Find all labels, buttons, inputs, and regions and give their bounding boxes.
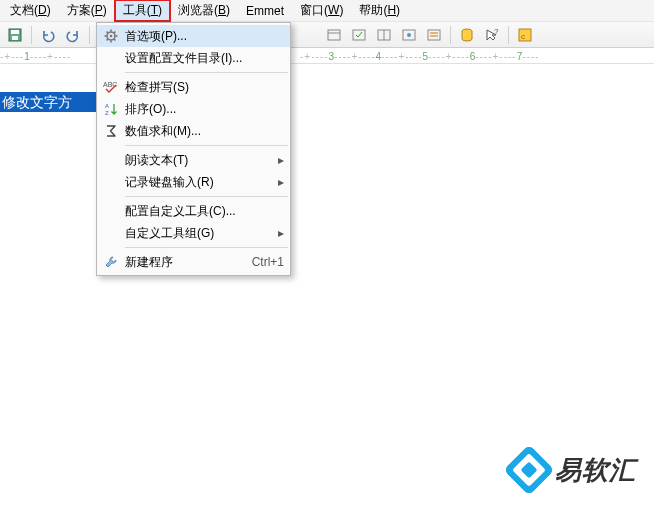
menubar-item-tools[interactable]: 工具(T): [115, 0, 170, 21]
watermark-text: 易软汇: [555, 453, 636, 488]
blank-icon: [101, 202, 121, 220]
menu-item-configure-tools[interactable]: 配置自定义工具(C)...: [97, 200, 290, 222]
toolbar-btn-help[interactable]: ?: [481, 24, 503, 46]
menubar-mnemonic: B: [218, 3, 226, 17]
toolbar-btn-generic-3[interactable]: [373, 24, 395, 46]
menu-item-label: 朗读文本(T): [121, 152, 278, 169]
tools-dropdown: 首选项(P)... 设置配置文件目录(I)... ABC 检查拼写(S) AZ …: [96, 22, 291, 276]
menubar-item-browsers[interactable]: 浏览器(B): [170, 0, 238, 21]
svg-text:A: A: [105, 103, 109, 109]
menu-item-label: 数值求和(M)...: [121, 123, 284, 140]
menu-item-shortcut: Ctrl+1: [246, 255, 284, 269]
toolbar-btn-undo[interactable]: [37, 24, 59, 46]
toolbar-separator: [508, 26, 509, 44]
menubar-mnemonic: H: [387, 3, 396, 17]
toolbar-separator: [31, 26, 32, 44]
menu-item-spellcheck[interactable]: ABC 检查拼写(S): [97, 76, 290, 98]
svg-line-31: [114, 32, 116, 34]
menubar-item-document[interactable]: 文档(D): [2, 0, 59, 21]
abc-check-icon: ABC: [101, 78, 121, 96]
toolbar-btn-redo[interactable]: [62, 24, 84, 46]
svg-text:Z: Z: [105, 110, 109, 116]
panel-columns-icon: [376, 27, 392, 43]
submenu-arrow-icon: ▸: [278, 153, 284, 167]
menu-item-tool-groups[interactable]: 自定义工具组(G) ▸: [97, 222, 290, 244]
wrench-icon: [101, 253, 121, 271]
toolbar-btn-generic-2[interactable]: [348, 24, 370, 46]
panel-check-icon: [351, 27, 367, 43]
menu-item-label: 设置配置文件目录(I)...: [121, 50, 284, 67]
toolbar-btn-generic-4[interactable]: [398, 24, 420, 46]
menu-item-preferences[interactable]: 首选项(P)...: [97, 25, 290, 47]
redo-icon: [65, 27, 81, 43]
submenu-arrow-icon: ▸: [278, 226, 284, 240]
menubar-mnemonic: W: [328, 3, 339, 17]
menu-separator: [125, 72, 288, 73]
toolbar-separator: [89, 26, 90, 44]
menu-separator: [125, 145, 288, 146]
svg-line-29: [107, 32, 109, 34]
submenu-arrow-icon: ▸: [278, 175, 284, 189]
menubar-label: 方案: [67, 3, 91, 17]
toolbar-separator: [450, 26, 451, 44]
ruler-dashes: -+---: [0, 51, 24, 62]
menu-item-sum[interactable]: 数值求和(M)...: [97, 120, 290, 142]
menubar-item-window[interactable]: 窗口(W): [292, 0, 351, 21]
menubar-mnemonic: P: [95, 3, 103, 17]
menubar-label: 浏览器: [178, 3, 214, 17]
blank-icon: [101, 49, 121, 67]
selected-text: 修改文字方: [0, 92, 96, 112]
menu-item-sort[interactable]: AZ 排序(O)...: [97, 98, 290, 120]
sort-icon: AZ: [101, 100, 121, 118]
toolbar-btn-save[interactable]: [4, 24, 26, 46]
blank-icon: [101, 151, 121, 169]
menubar-label: Emmet: [246, 4, 284, 18]
menubar-label: 帮助: [359, 3, 383, 17]
panel-list-icon: [426, 27, 442, 43]
menu-item-label: 新建程序: [121, 254, 246, 271]
panel-eye-icon: [401, 27, 417, 43]
svg-line-32: [107, 39, 109, 41]
watermark-logo: 易软汇: [511, 452, 636, 488]
svg-point-24: [110, 35, 113, 38]
menubar: 文档(D) 方案(P) 工具(T) 浏览器(B) Emmet 窗口(W) 帮助(…: [0, 0, 654, 22]
svg-text:c: c: [521, 32, 525, 41]
logo-mark-icon: [504, 445, 555, 496]
toolbar-btn-generic-5[interactable]: [423, 24, 445, 46]
svg-rect-2: [12, 36, 18, 40]
gear-icon: [101, 27, 121, 45]
menu-item-label: 排序(O)...: [121, 101, 284, 118]
toolbar-btn-generic-1[interactable]: [323, 24, 345, 46]
css-icon: c: [517, 27, 533, 43]
menu-separator: [125, 196, 288, 197]
floppy-icon: [7, 27, 23, 43]
blank-icon: [101, 173, 121, 191]
menubar-item-help[interactable]: 帮助(H): [351, 0, 408, 21]
menu-separator: [125, 247, 288, 248]
menubar-label: 工具: [123, 3, 147, 17]
menu-item-label: 记录键盘输入(R): [121, 174, 278, 191]
menubar-item-emmet[interactable]: Emmet: [238, 2, 292, 20]
menu-item-label: 首选项(P)...: [121, 28, 284, 45]
menubar-item-project[interactable]: 方案(P): [59, 0, 115, 21]
menu-item-set-config-dir[interactable]: 设置配置文件目录(I)...: [97, 47, 290, 69]
menu-item-label: 自定义工具组(G): [121, 225, 278, 242]
menubar-label: 文档: [10, 3, 34, 17]
menu-item-read-text[interactable]: 朗读文本(T) ▸: [97, 149, 290, 171]
menu-item-record-keyboard[interactable]: 记录键盘输入(R) ▸: [97, 171, 290, 193]
svg-text:?: ?: [494, 27, 499, 36]
panel-icon: [326, 27, 342, 43]
menubar-label: 窗口: [300, 3, 324, 17]
svg-rect-1: [11, 30, 19, 34]
menubar-mnemonic: T: [151, 3, 158, 17]
svg-line-30: [114, 39, 116, 41]
menu-item-new-program[interactable]: 新建程序 Ctrl+1: [97, 251, 290, 273]
menu-item-label: 配置自定义工具(C)...: [121, 203, 284, 220]
help-pointer-icon: ?: [484, 27, 500, 43]
toolbar-btn-css[interactable]: c: [514, 24, 536, 46]
database-icon: [459, 27, 475, 43]
undo-icon: [40, 27, 56, 43]
menubar-mnemonic: D: [38, 3, 47, 17]
toolbar-btn-db[interactable]: [456, 24, 478, 46]
svg-rect-16: [428, 30, 440, 40]
